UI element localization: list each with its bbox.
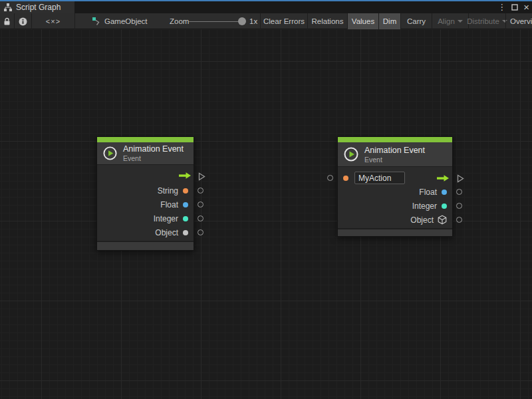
zoom-slider-track[interactable] (189, 21, 243, 22)
name-input-row (338, 171, 452, 185)
button-label: Values (352, 17, 374, 25)
node-body: Float Integer Object (338, 167, 452, 228)
node-subtitle: Event (364, 156, 425, 164)
node-accent-bar (97, 137, 194, 142)
port-label: String (158, 186, 178, 196)
string-type-dot (343, 176, 348, 181)
dim-toggle-button[interactable]: Dim (378, 13, 400, 29)
code-preview-button[interactable]: <×> (32, 13, 74, 29)
node-header[interactable]: Animation Event Event (338, 142, 452, 167)
chevron-down-icon (458, 20, 463, 23)
flow-output-port[interactable] (198, 172, 205, 184)
button-label: Carry (407, 17, 426, 25)
float-output-port[interactable] (198, 201, 203, 207)
distribute-dropdown-button[interactable]: Distribute (468, 13, 505, 29)
node-titles: Animation Event Event (123, 144, 184, 162)
code-angle-icon: <×> (46, 17, 61, 25)
clear-errors-button[interactable]: Clear Errors (261, 13, 307, 29)
overview-button[interactable]: Overview (505, 13, 532, 29)
graph-canvas[interactable]: Animation Event Event (0, 29, 532, 399)
button-label: Relations (312, 17, 344, 25)
toolbar-divider (74, 13, 75, 29)
output-row-integer: Integer (338, 199, 452, 213)
node-title: Animation Event (123, 144, 184, 154)
zoom-value: 1x (249, 17, 257, 25)
graph-target-breadcrumb[interactable]: GameObject (92, 13, 148, 29)
maximize-icon[interactable] (511, 4, 518, 11)
output-row-object: Object (97, 225, 194, 239)
port-label: Integer (154, 214, 178, 223)
node-titles: Animation Event Event (364, 146, 425, 164)
trigger-output-row (97, 168, 194, 184)
toolbar-button-strip: Clear Errors Relations Values Dim Carry … (261, 13, 532, 29)
object-output-port[interactable] (198, 229, 203, 235)
tab-script-graph[interactable]: Script Graph (0, 1, 74, 13)
script-graph-window: Script Graph ⋮ × <×> (0, 0, 532, 399)
align-dropdown-button[interactable]: Align (432, 13, 468, 29)
flow-arrow-icon (178, 172, 192, 180)
button-label: Dim (383, 17, 396, 25)
output-row-float: Float (338, 185, 452, 199)
lock-icon (3, 17, 11, 26)
flow-arrow-icon (436, 174, 450, 182)
button-label: Overview (510, 17, 532, 25)
carry-toggle-button[interactable]: Carry (400, 13, 432, 29)
port-label: Integer (412, 201, 437, 211)
port-label: Float (419, 188, 437, 197)
flow-output-port[interactable] (457, 174, 464, 186)
button-label: Align (438, 17, 455, 25)
event-play-icon (102, 146, 118, 161)
node-footer (338, 228, 452, 236)
output-row-object: Object (338, 213, 452, 227)
string-output-port[interactable] (198, 188, 203, 194)
node-body: String Float Integer Object (97, 165, 194, 241)
window-menu-icon[interactable]: ⋮ (497, 1, 506, 13)
output-row-integer: Integer (97, 211, 194, 225)
float-type-dot (183, 202, 188, 207)
node-header[interactable]: Animation Event Event (97, 142, 194, 165)
tab-title: Script Graph (16, 3, 61, 12)
info-icon (19, 17, 27, 26)
integer-type-dot (442, 203, 447, 209)
name-input-port[interactable] (327, 175, 333, 181)
button-label: Distribute (467, 17, 499, 25)
close-icon[interactable]: × (523, 1, 529, 13)
window-controls: ⋮ × (497, 1, 529, 13)
values-toggle-button[interactable]: Values (347, 13, 378, 29)
hierarchy-icon (4, 3, 12, 11)
node-animation-event-2[interactable]: Animation Event Event (337, 136, 453, 237)
info-button[interactable] (15, 13, 31, 29)
output-row-string: String (97, 184, 194, 198)
relations-button[interactable]: Relations (307, 13, 347, 29)
output-row-float: Float (97, 198, 194, 211)
zoom-value-wrap: 1x (249, 13, 257, 29)
node-title: Animation Event (364, 146, 425, 155)
tab-bar: Script Graph ⋮ × (0, 1, 532, 13)
integer-output-port[interactable] (198, 215, 203, 221)
zoom-slider-handle[interactable] (238, 17, 246, 25)
integer-output-port[interactable] (456, 203, 462, 209)
event-play-icon (343, 146, 359, 162)
integer-type-dot (183, 216, 188, 221)
port-label: Float (160, 200, 178, 209)
button-label: Clear Errors (263, 17, 305, 25)
port-label: Object (410, 215, 434, 225)
graph-toolbar: <×> GameObject Zoom 1x Clear Errors Rela… (0, 13, 532, 29)
object-output-port[interactable] (456, 217, 462, 223)
node-footer (97, 241, 194, 250)
zoom-label-wrap: Zoom (170, 13, 189, 29)
zoom-label: Zoom (170, 17, 189, 25)
script-graph-asset-icon (92, 17, 101, 26)
cube-icon (438, 215, 447, 225)
node-animation-event-1[interactable]: Animation Event Event (96, 136, 194, 251)
float-output-port[interactable] (456, 189, 462, 195)
port-label: Object (155, 228, 178, 237)
node-accent-bar (338, 137, 452, 142)
object-type-dot (183, 230, 188, 235)
event-name-input[interactable] (354, 172, 405, 184)
float-type-dot (442, 190, 447, 195)
node-subtitle: Event (123, 154, 184, 162)
graph-target-label: GameObject (104, 17, 148, 25)
string-type-dot (183, 188, 188, 194)
lock-button[interactable] (0, 13, 14, 29)
